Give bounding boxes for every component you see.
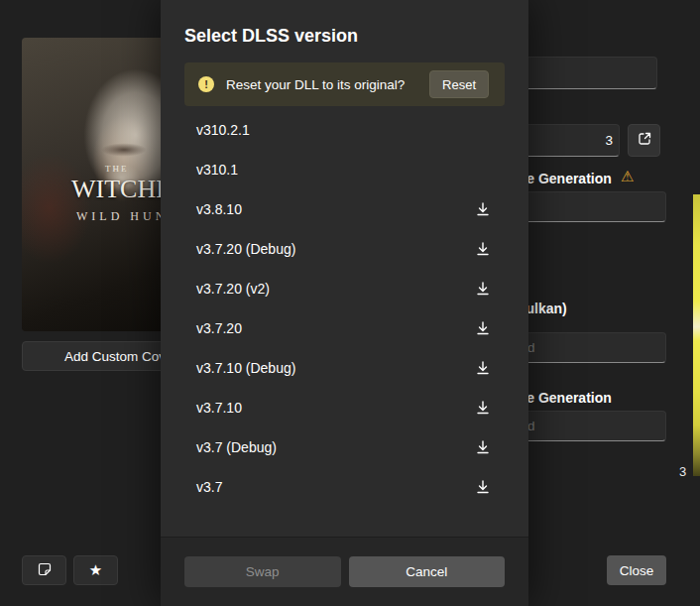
version-label: v3.7.20: [196, 320, 242, 336]
download-icon[interactable]: [475, 439, 491, 455]
version-label: v3.7.20 (Debug): [196, 241, 295, 257]
download-icon[interactable]: [475, 360, 491, 376]
swap-button[interactable]: Swap: [184, 556, 341, 587]
dlss-version-item[interactable]: v310.1: [161, 150, 528, 189]
dlss-version-item[interactable]: v3.7.20 (Debug): [161, 229, 528, 269]
reset-infobar: ! Reset your DLL to its original? Reset: [184, 62, 505, 106]
cancel-button[interactable]: Cancel: [349, 556, 506, 587]
close-button[interactable]: Close: [607, 555, 666, 585]
download-icon[interactable]: [475, 241, 491, 257]
download-icon[interactable]: [475, 201, 491, 217]
notes-icon: [36, 560, 54, 581]
version-label: v3.7.10: [196, 400, 242, 416]
dlss-version-item[interactable]: v3.7: [161, 467, 528, 507]
download-icon[interactable]: [475, 281, 491, 297]
version-label: v3.8.10: [196, 201, 242, 217]
reset-button[interactable]: Reset: [429, 70, 489, 98]
dialog-title: Select DLSS version: [184, 26, 505, 47]
version-label: v3.7: [196, 479, 222, 495]
dlss-version-dialog: Select DLSS version ! Reset your DLL to …: [161, 0, 528, 606]
dlss-version-item[interactable]: v3.7.10 (Debug): [161, 348, 528, 388]
background-text-fragment: 3: [679, 464, 686, 479]
open-external-icon: [637, 131, 652, 150]
infobar-message: Reset your DLL to its original?: [226, 77, 405, 92]
favorite-button[interactable]: ★: [73, 555, 118, 585]
dlss-version-item[interactable]: v310.2.1: [161, 110, 528, 150]
version-label: v3.7 (Debug): [196, 439, 277, 455]
dlss-version-item[interactable]: v3.8.10: [161, 189, 528, 229]
notes-button[interactable]: [22, 555, 66, 585]
version-label: v310.2.1: [196, 122, 250, 138]
dlss-version-item[interactable]: v3.7.20: [161, 308, 528, 348]
dlss-version-item[interactable]: v3.7.20 (v2): [161, 269, 528, 308]
dlss-version-item[interactable]: v3.7.10: [161, 388, 528, 427]
version-label: v310.1: [196, 162, 238, 178]
dll-version-value: 3: [605, 133, 613, 148]
version-label: v3.7.10 (Debug): [196, 360, 295, 376]
dialog-footer: Swap Cancel: [161, 537, 528, 606]
dlss-version-list: v310.2.1 v310.1 v3.8.10 v3.7.20 (Debug) …: [161, 110, 528, 537]
download-icon[interactable]: [475, 479, 491, 495]
cover-title-the: THE: [105, 164, 129, 174]
background-game-cover-edge: [693, 194, 700, 476]
warning-triangle-icon: ⚠: [621, 168, 634, 185]
download-icon[interactable]: [475, 320, 491, 336]
app-window: THE WITCHER WILD HUNT Add Custom Cover ★…: [0, 0, 700, 606]
download-icon[interactable]: [475, 400, 491, 416]
caution-icon: !: [198, 76, 214, 92]
star-icon: ★: [89, 561, 102, 579]
version-label: v3.7.20 (v2): [196, 281, 270, 297]
open-external-button[interactable]: [628, 124, 660, 157]
dlss-version-item[interactable]: v3.7 (Debug): [161, 427, 528, 467]
